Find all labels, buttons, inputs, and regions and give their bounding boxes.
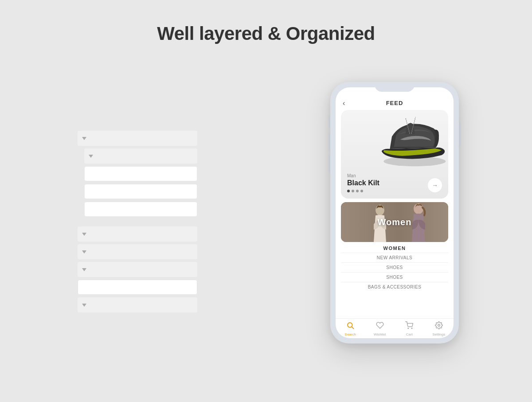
nav-settings[interactable]: Settings [424,321,454,336]
cart-icon [405,321,413,332]
wire-row-9 [78,280,197,295]
wire-row-2[interactable] [84,148,197,164]
nav-search[interactable]: Search [336,321,365,336]
menu-item-1[interactable]: NEW ARRIVALS [341,253,448,262]
cart-label: Cart [406,332,413,336]
chevron-icon [82,137,86,140]
menu-item-2[interactable]: SHOES [341,262,448,272]
phone-notch [375,82,415,92]
dot-2 [352,190,354,192]
chevron-icon [89,155,93,158]
wire-row-6[interactable] [78,226,197,242]
svg-line-7 [352,327,354,328]
wishlist-label: Wishlist [374,332,386,336]
dot-1 [347,190,350,192]
women-label: Women [378,217,412,227]
pagination-dots [347,190,379,192]
wire-row-3 [84,166,197,181]
screen-title: FEED [386,100,403,106]
chevron-icon [82,233,86,236]
phone-screen: ‹ FEED [336,87,454,338]
wishlist-icon [376,321,384,332]
wire-row-4 [84,184,197,199]
menu-item-4[interactable]: BAGS & ACCESSORIES [341,282,448,292]
product-arrow-button[interactable]: → [428,178,442,192]
product-card[interactable]: Man Black Kilt → [341,110,448,199]
svg-point-8 [408,328,409,329]
power-button [459,122,461,146]
back-button[interactable]: ‹ [343,99,345,107]
dot-3 [356,190,359,192]
women-banner[interactable]: Women [341,202,448,242]
chevron-icon [82,268,86,271]
product-category: Man [347,173,379,178]
search-icon [346,321,354,332]
svg-point-10 [438,324,440,327]
volume-up-button [329,133,330,151]
wire-row-8[interactable] [78,262,197,277]
wire-row-5 [84,202,197,217]
wireframe-panel [78,131,197,312]
settings-label: Settings [432,332,445,336]
page-title: Well layered & Organized [0,0,532,44]
mute-button [329,115,330,128]
volume-down-button [329,155,330,173]
menu-item-3[interactable]: SHOES [341,272,448,282]
menu-section-title: WOMEN [341,242,448,253]
chevron-icon [82,304,86,307]
product-name: Black Kilt [347,179,379,187]
settings-icon [435,321,443,332]
chevron-icon [82,250,86,254]
wire-row-10[interactable] [78,297,197,312]
bottom-nav: Search Wishlist [336,318,454,338]
dot-4 [360,190,363,192]
menu-list: WOMEN NEW ARRIVALS SHOES SHOES BAGS & AC… [341,242,448,318]
phone-mockup: ‹ FEED [330,82,459,343]
wire-row-7[interactable] [78,244,197,259]
product-info: Man Black Kilt [347,173,379,192]
nav-cart[interactable]: Cart [395,321,424,336]
shoe-image [368,110,448,168]
svg-point-9 [412,328,413,329]
search-label: Search [345,332,356,336]
nav-wishlist[interactable]: Wishlist [365,321,395,336]
wire-row-1[interactable] [78,131,197,146]
